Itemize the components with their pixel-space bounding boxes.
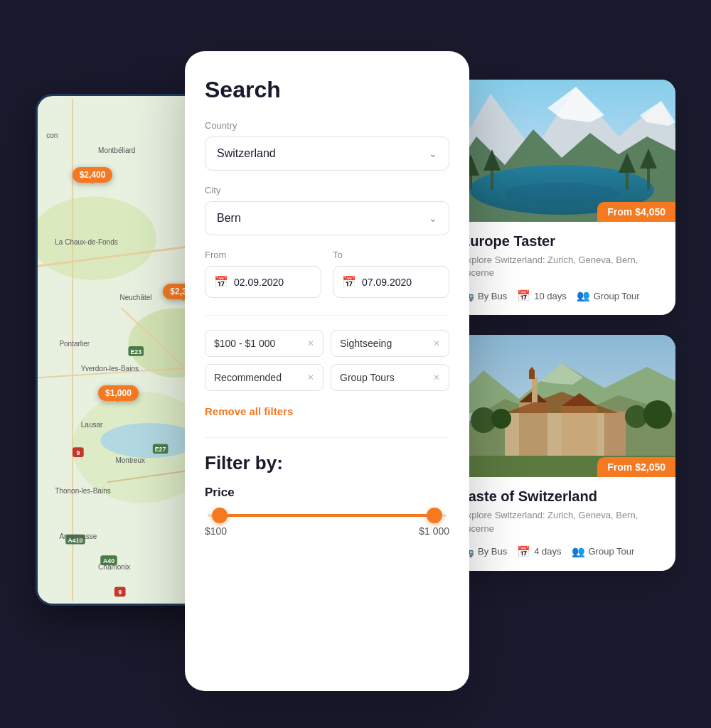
group-icon-1: 👥 (577, 289, 590, 302)
svg-point-53 (491, 409, 511, 429)
to-date-group: To 📅 07.09.2020 (333, 250, 449, 298)
tour-2-type-label: Group Tour (589, 546, 635, 557)
from-label: From (205, 250, 321, 260)
svg-text:9: 9 (118, 589, 122, 596)
from-date-value: 02.09.2020 (234, 277, 284, 288)
slider-fill (220, 514, 434, 517)
tour-1-type: 👥 Group Tour (577, 289, 640, 302)
tour-1-desc: Explore Switzerland: Zurich, Geneva, Ber… (461, 254, 663, 279)
tour-1-name: Europe Taster (461, 233, 663, 250)
chevron-down-icon-city: ⌄ (429, 213, 437, 224)
tag-recommended[interactable]: Recommended ✕ (205, 364, 324, 391)
svg-point-4 (100, 423, 198, 458)
tag-recommended-remove[interactable]: ✕ (307, 373, 314, 382)
price-section-label: Price (205, 486, 449, 500)
country-select[interactable]: Switzerland ⌄ (205, 136, 449, 171)
tour-2-duration-label: 4 days (534, 546, 561, 557)
tour-1-duration: 📅 10 days (517, 289, 567, 302)
map-pin-1000[interactable]: $1,000 (98, 385, 139, 401)
tour-1-price-badge: From $4,050 (597, 202, 675, 222)
tag-sightseeing-remove[interactable]: ✕ (433, 338, 440, 348)
tours-panel: From $4,050 Europe Taster Explore Switze… (448, 80, 675, 591)
svg-rect-50 (532, 378, 538, 402)
to-date-value: 07.09.2020 (362, 277, 412, 288)
tour-1-meta: 🚌 By Bus 📅 10 days 👥 Group Tour (461, 289, 663, 302)
svg-text:A410: A410 (68, 537, 82, 544)
calendar-icon-from: 📅 (214, 275, 228, 289)
tour-card-2: From $2,050 Taste of Switzerland Explore… (448, 335, 675, 570)
tag-recommended-label: Recommended (214, 372, 282, 383)
slider-thumb-max[interactable] (427, 508, 442, 523)
tour-card-1: From $4,050 Europe Taster Explore Switze… (448, 80, 675, 315)
tag-price-remove[interactable]: ✕ (307, 338, 314, 348)
price-max-label: $1 000 (419, 525, 449, 537)
city-select[interactable]: Bern ⌄ (205, 201, 449, 235)
svg-rect-46 (604, 412, 626, 463)
country-label: Country (205, 120, 449, 131)
tour-1-transport-label: By Bus (478, 291, 507, 301)
svg-text:A40: A40 (103, 557, 114, 564)
tag-group-tours-remove[interactable]: ✕ (433, 373, 440, 382)
to-date-input[interactable]: 📅 07.09.2020 (333, 266, 449, 298)
price-min-label: $100 (205, 525, 227, 537)
tag-price[interactable]: $100 - $1 000 ✕ (205, 330, 324, 357)
tour-2-duration: 📅 4 days (517, 545, 561, 558)
svg-rect-33 (491, 168, 493, 190)
svg-point-30 (505, 183, 619, 204)
filter-by-title: Filter by: (205, 452, 449, 474)
svg-text:9: 9 (76, 449, 80, 456)
tag-sightseeing[interactable]: Sightseeing ✕ (331, 330, 449, 357)
from-date-input[interactable]: 📅 02.09.2020 (205, 266, 321, 298)
slider-thumb-min[interactable] (212, 508, 228, 523)
map-pin-2400[interactable]: $2,400 (73, 167, 113, 183)
tour-2-info: Taste of Switzerland Explore Switzerland… (448, 477, 675, 570)
tour-1-type-label: Group Tour (594, 291, 640, 301)
svg-rect-35 (626, 171, 629, 190)
country-value: Switzerland (217, 147, 276, 160)
tag-group-tours-label: Group Tours (340, 372, 395, 383)
svg-rect-45 (562, 406, 597, 463)
tour-2-meta: 🚌 By Bus 📅 4 days 👥 Group Tour (461, 545, 663, 558)
to-label: To (333, 250, 449, 260)
search-title: Search (205, 77, 449, 103)
divider-2 (205, 437, 449, 438)
tour-2-price-badge: From $2,050 (597, 457, 675, 477)
chevron-down-icon: ⌄ (429, 148, 437, 159)
tour-2-desc: Explore Switzerland: Zurich, Geneva, Ber… (461, 509, 663, 535)
calendar-icon-1: 📅 (517, 289, 530, 302)
price-slider[interactable] (205, 514, 449, 517)
divider-1 (205, 315, 449, 316)
svg-text:E27: E27 (155, 446, 166, 453)
tour-2-type: 👥 Group Tour (572, 545, 635, 558)
price-range-labels: $100 $1 000 (205, 525, 449, 537)
tour-2-name: Taste of Switzerland (461, 488, 663, 505)
tour-2-transport-label: By Bus (478, 546, 507, 557)
slider-track (208, 514, 447, 517)
from-date-group: From 📅 02.09.2020 (205, 250, 321, 298)
group-icon-2: 👥 (572, 545, 585, 558)
remove-filters-button[interactable]: Remove all filters (205, 405, 449, 417)
city-value: Bern (217, 212, 241, 225)
tour-1-duration-label: 10 days (534, 291, 567, 301)
tour-image-1: From $4,050 (448, 80, 675, 222)
search-panel: Search Country Switzerland ⌄ City Bern ⌄… (185, 51, 469, 691)
tags-grid: $100 - $1 000 ✕ Sightseeing ✕ Recommende… (205, 330, 449, 391)
calendar-icon-to: 📅 (342, 275, 356, 289)
tour-1-info: Europe Taster Explore Switzerland: Zuric… (448, 222, 675, 315)
svg-text:E23: E23 (130, 348, 141, 355)
svg-point-55 (643, 400, 672, 429)
tag-price-label: $100 - $1 000 (214, 338, 275, 349)
city-label: City (205, 185, 449, 196)
tag-sightseeing-label: Sightseeing (340, 338, 392, 349)
svg-rect-37 (647, 166, 650, 190)
calendar-icon-2: 📅 (517, 545, 530, 558)
tag-group-tours[interactable]: Group Tours ✕ (331, 364, 449, 391)
tour-image-2: From $2,050 (448, 335, 675, 477)
